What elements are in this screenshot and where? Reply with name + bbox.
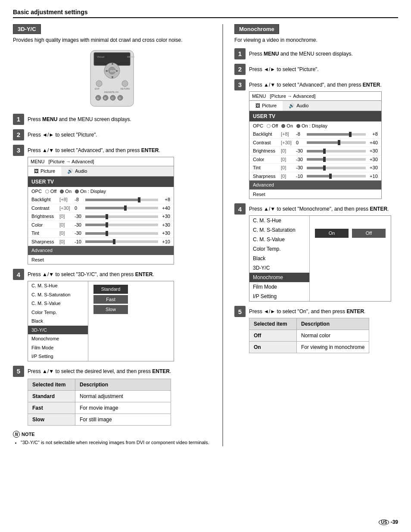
adv-item-ip-r[interactable]: I/P Setting xyxy=(249,292,309,301)
step-num: 4 xyxy=(234,203,246,215)
row-label: Tint xyxy=(31,230,59,237)
page-number: US -39 xyxy=(379,519,398,525)
tab-audio-right[interactable]: 🔊 Audio xyxy=(283,101,314,111)
page: Basic adjustment settings 3D-Y/C Provide… xyxy=(0,0,411,532)
slider-wrap xyxy=(85,224,158,226)
menu-row-tint-r: Tint [0] -30 +30 xyxy=(249,164,381,172)
step-num: 2 xyxy=(234,64,246,75)
slider-fill xyxy=(85,232,107,235)
radio-off-icon xyxy=(45,190,49,193)
step-num: 5 xyxy=(13,366,24,377)
adv-item-black-r[interactable]: Black xyxy=(249,254,309,263)
row-end: +30 xyxy=(158,213,170,220)
row-label: Color xyxy=(31,221,59,229)
step-text: Press ▲/▼ to select "Monochrome", and th… xyxy=(249,203,391,302)
slider-thumb xyxy=(106,214,108,219)
adv-item-3dyc[interactable]: 3D-Y/C xyxy=(28,326,88,335)
reset-row[interactable]: Reset xyxy=(28,255,174,264)
btn-on-mono[interactable]: On xyxy=(315,229,349,238)
section-desc-3dyc: Provides high quality images with minima… xyxy=(13,37,211,44)
table-cell-item: Fast xyxy=(28,402,75,414)
step-text: Press MENU and the MENU screen displays. xyxy=(249,48,353,58)
row-end: +10 xyxy=(158,238,170,246)
row-bracket: [0] xyxy=(59,238,75,246)
menu-row-contrast: Contrast [+30] 0 +40 xyxy=(28,204,174,213)
btn-standard[interactable]: Standard xyxy=(93,285,128,294)
opc-on-right: On xyxy=(281,122,293,130)
adv-item-ip[interactable]: I/P Setting xyxy=(28,352,88,361)
page-num-circle: US xyxy=(379,520,389,525)
menu-tabs-right: 🖼 Picture 🔊 Audio xyxy=(249,101,381,111)
row-label: Contrast xyxy=(31,205,59,212)
slider-wrap xyxy=(85,207,158,209)
row-val: -30 xyxy=(75,221,85,229)
svg-text:FAVORITE CH: FAVORITE CH xyxy=(104,91,118,93)
tab-picture-right[interactable]: 🖼 Picture xyxy=(249,101,283,111)
row-bracket: [0] xyxy=(59,221,75,229)
adv-item-cms-sat-r[interactable]: C. M. S-Saturation xyxy=(249,225,309,235)
svg-text:▼: ▼ xyxy=(111,75,114,79)
table-header-item: Selected item xyxy=(28,379,75,390)
adv-item-cms-sat[interactable]: C. M. S-Saturation xyxy=(28,290,88,299)
adv-item-cms-val-r[interactable]: C. M. S-Value xyxy=(249,235,309,244)
adv-item-film-r[interactable]: Film Mode xyxy=(249,282,309,292)
adv-item-mono-r[interactable]: Monochrome xyxy=(249,273,309,282)
tab-audio[interactable]: 🔊 Audio xyxy=(61,166,93,176)
row-label: Backlight xyxy=(31,196,59,203)
adv-item-colortemp-r[interactable]: Color Temp. xyxy=(249,244,309,254)
menu-row-brightness: Brightness [0] -30 +30 xyxy=(28,212,174,221)
step-1-left: 1 Press MENU and the MENU screen display… xyxy=(13,114,211,125)
advanced-row-right[interactable]: Advanced xyxy=(249,180,381,190)
step-text: Press ◄/► to select "Picture". xyxy=(249,64,319,73)
row-end: +30 xyxy=(158,221,170,229)
audio-icon: 🔊 xyxy=(67,168,73,175)
menu-box-left: MENU [Picture → Advanced] 🖼 Picture 🔊 Au… xyxy=(28,157,174,265)
note-header: N NOTE xyxy=(13,431,211,438)
row-end: +30 xyxy=(158,230,170,237)
menu-row-backlight-r: Backlight [+8] -8 +8 xyxy=(249,130,381,139)
section-header-3dyc: 3D-Y/C xyxy=(13,24,41,34)
btn-fast[interactable]: Fast xyxy=(93,295,128,304)
menu-row-color: Color [0] -30 +30 xyxy=(28,221,174,230)
adv-item-cms-val[interactable]: C. M. S-Value xyxy=(28,299,88,308)
column-divider xyxy=(222,24,223,446)
adv-item-colortemp[interactable]: Color Temp. xyxy=(28,308,88,317)
advanced-row[interactable]: Advanced xyxy=(28,246,174,255)
btn-slow[interactable]: Slow xyxy=(93,305,128,314)
slider-bar xyxy=(85,215,158,218)
adv-item-mono[interactable]: Monochrome xyxy=(28,334,88,343)
row-val: -30 xyxy=(75,213,85,220)
btn-off-mono[interactable]: Off xyxy=(352,229,386,238)
svg-text:MENU: MENU xyxy=(127,56,135,58)
reset-row-right[interactable]: Reset xyxy=(249,190,381,199)
tab-picture[interactable]: 🖼 Picture xyxy=(28,166,61,176)
user-tv-right: USER TV xyxy=(249,111,381,121)
step-5-left: 5 Press ▲/▼ to select the desired level,… xyxy=(13,366,211,426)
radio-on-icon xyxy=(60,190,64,193)
menu-row-sharpness: Sharpness [0] -10 +10 xyxy=(28,238,174,246)
adv-item-3dyc-r[interactable]: 3D-Y/C xyxy=(249,263,309,273)
section-desc-mono: For viewing a video in monochrome. xyxy=(234,37,398,44)
slider-bar xyxy=(85,224,158,226)
note-box: N NOTE "3D-Y/C" is not selectable when r… xyxy=(13,431,211,446)
section-header-mono: Monochrome xyxy=(234,24,279,34)
slider-thumb xyxy=(124,205,127,211)
row-bracket: [+8] xyxy=(59,196,75,203)
slider-fill xyxy=(85,240,115,243)
svg-text:B: B xyxy=(104,97,106,100)
adv-item-film[interactable]: Film Mode xyxy=(28,343,88,352)
radio-display-right xyxy=(296,124,300,128)
step-num: 5 xyxy=(234,306,246,317)
table-cell-item-on: On xyxy=(249,342,297,353)
info-table-3dyc: Selected item Description Standard Norma… xyxy=(28,379,171,426)
opc-display-right: On : Display xyxy=(296,122,327,130)
step-text: Press MENU and the MENU screen displays. xyxy=(28,114,131,123)
opc-label-right: OPC xyxy=(253,122,263,130)
table-cell-item-off: Off xyxy=(249,330,297,342)
adv-item-cms-hue-r[interactable]: C. M. S-Hue xyxy=(249,216,309,225)
adv-item-black[interactable]: Black xyxy=(28,317,88,326)
slider-wrap xyxy=(85,199,158,201)
step-2-right: 2 Press ◄/► to select "Picture". xyxy=(234,64,398,75)
adv-item-cms-hue[interactable]: C. M. S-Hue xyxy=(28,281,88,290)
menu-row-brightness-r: Brightness [0] -30 +30 xyxy=(249,147,381,156)
